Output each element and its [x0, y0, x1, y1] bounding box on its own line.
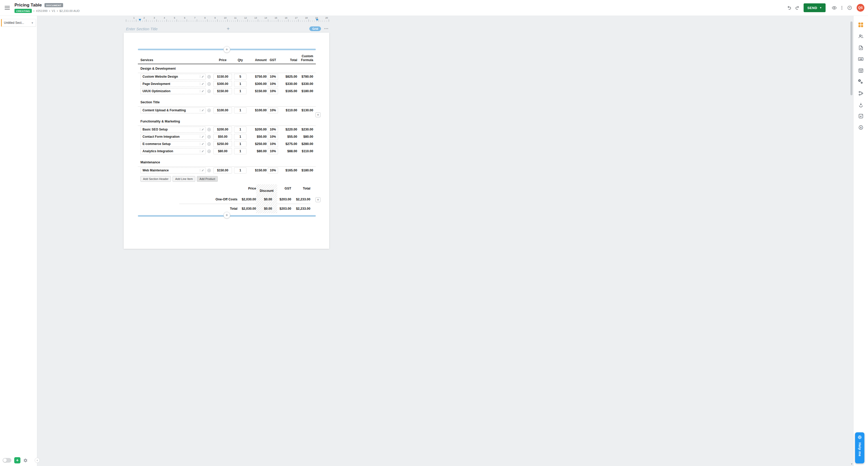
- hamburger-menu-icon[interactable]: [5, 5, 10, 10]
- qty-input[interactable]: 1: [234, 141, 247, 147]
- item-name-input[interactable]: Custom Website Design: [141, 74, 206, 80]
- add-row-icon[interactable]: [207, 82, 211, 86]
- edit-pencil-icon[interactable]: [200, 109, 204, 112]
- price-input[interactable]: $100.00: [213, 108, 232, 113]
- ruler-number: 20: [326, 17, 328, 19]
- price-input[interactable]: $150.00: [213, 88, 232, 94]
- table-section-header[interactable]: Functionality & Marketing: [138, 117, 316, 126]
- item-name-input[interactable]: Basic SEO Setup: [141, 126, 206, 133]
- price-input[interactable]: $150.00: [213, 74, 232, 80]
- item-name-input[interactable]: Web Maintenance: [141, 168, 206, 173]
- gst-input[interactable]: 10%: [268, 81, 278, 87]
- formula-value: $280.00: [297, 142, 313, 146]
- qty-input[interactable]: 1: [234, 168, 247, 173]
- gst-input[interactable]: 10%: [268, 88, 278, 94]
- section-more-icon[interactable]: ⋯: [324, 27, 328, 31]
- ruler-number: 9: [214, 17, 216, 19]
- document-version: V1: [52, 9, 55, 12]
- add-content-icon[interactable]: +: [226, 26, 230, 31]
- add-product-button[interactable]: Add Product: [197, 176, 218, 182]
- ruler-margin-marker-right[interactable]: [316, 19, 318, 21]
- add-line-item-button[interactable]: Add Line Item: [173, 176, 195, 182]
- pricing-table: Services Price Qty Amount GST Total Cust…: [138, 52, 316, 174]
- price-input[interactable]: $300.00: [213, 81, 232, 87]
- totals-col-price: Price: [238, 187, 256, 192]
- price-input[interactable]: $80.00: [213, 148, 232, 154]
- add-row-icon[interactable]: [207, 169, 211, 172]
- item-name-input[interactable]: Page Development: [141, 81, 206, 87]
- table-section-header[interactable]: Section Title: [138, 98, 316, 107]
- add-row-icon[interactable]: [207, 89, 211, 93]
- add-row-icon[interactable]: [207, 109, 211, 112]
- add-row-icon[interactable]: [207, 142, 211, 146]
- edit-pencil-icon[interactable]: [200, 83, 204, 85]
- item-name-input[interactable]: UI/UX Optimization: [141, 88, 206, 94]
- item-name-input[interactable]: E-commerce Setup: [141, 141, 206, 147]
- gst-input[interactable]: 10%: [268, 141, 278, 147]
- ruler-margin-marker-left[interactable]: [138, 19, 141, 21]
- qty-input[interactable]: 1: [234, 81, 247, 87]
- item-name: Contact Form Integration: [143, 135, 180, 139]
- total-value: $330.00: [279, 82, 297, 86]
- item-name: Page Development: [143, 82, 170, 86]
- add-row-icon[interactable]: [207, 149, 211, 153]
- item-name: Custom Website Design: [143, 75, 178, 79]
- editor-canvas: 1234567891011121314151617181920 Enter Se…: [37, 16, 434, 233]
- price-input[interactable]: $150.00: [213, 168, 232, 173]
- item-name-input[interactable]: Contact Form Integration: [141, 134, 206, 140]
- add-section-header-button[interactable]: Add Section Header: [141, 176, 171, 182]
- document-title-block: Pricing Table DOCUMENT CREATING • #25199…: [14, 3, 80, 13]
- formula-value: $230.00: [297, 128, 313, 131]
- formula-value: $180.00: [297, 89, 313, 93]
- amount-value: $300.00: [248, 82, 267, 86]
- qty-input[interactable]: 1: [234, 108, 247, 113]
- edit-pencil-icon[interactable]: [200, 136, 204, 138]
- item-name-input[interactable]: Content Upload & Formatting: [141, 108, 206, 113]
- line-item-row: Analytics Integration$80.001$80.0010%$88…: [138, 148, 316, 155]
- price-input[interactable]: $50.00: [213, 134, 232, 140]
- add-totals-column-icon[interactable]: +: [315, 197, 320, 202]
- add-row-icon[interactable]: [207, 75, 211, 79]
- total-value: $88.00: [279, 149, 297, 153]
- sidebar-section-item[interactable]: Untitled Sect... ▼: [1, 19, 36, 27]
- table-section-header[interactable]: Design & Development: [138, 64, 316, 73]
- section-title-input[interactable]: Enter Section Title: [126, 27, 157, 31]
- grid-badge[interactable]: Grid: [309, 26, 321, 31]
- price-input[interactable]: $200.00: [213, 126, 232, 133]
- add-column-icon[interactable]: +: [315, 112, 320, 117]
- totals-header: Price Discount GST Total: [179, 184, 310, 195]
- add-row-icon[interactable]: [207, 128, 211, 132]
- gst-input[interactable]: 10%: [268, 74, 278, 80]
- qty-input[interactable]: 5: [234, 74, 247, 80]
- ruler-number: 5: [174, 17, 175, 19]
- gst-input[interactable]: 10%: [268, 148, 278, 154]
- ruler-number: 8: [204, 17, 206, 19]
- item-name-input[interactable]: Analytics Integration: [141, 148, 206, 154]
- line-item-row: Page Development$300.001$300.0010%$330.0…: [138, 80, 316, 88]
- totals-row: One-Off Costs$2,030.00$0.00$203.00$2,233…: [179, 195, 310, 204]
- price-input[interactable]: $250.00: [213, 141, 232, 147]
- gst-input[interactable]: 10%: [268, 134, 278, 140]
- edit-pencil-icon[interactable]: [200, 169, 204, 172]
- edit-pencil-icon[interactable]: [200, 75, 204, 78]
- document-type-badge: DOCUMENT: [44, 3, 63, 7]
- qty-input[interactable]: 1: [234, 88, 247, 94]
- qty-input[interactable]: 1: [234, 148, 247, 154]
- edit-pencil-icon[interactable]: [200, 150, 204, 152]
- chevron-down-icon: ▼: [31, 22, 34, 24]
- table-section-header[interactable]: Maintenance: [138, 158, 316, 167]
- gst-input[interactable]: 10%: [268, 126, 278, 133]
- qty-input[interactable]: 1: [234, 134, 247, 140]
- total-value: $220.00: [279, 128, 297, 131]
- gst-input[interactable]: 10%: [268, 168, 278, 173]
- add-block-below-icon[interactable]: +: [223, 212, 230, 219]
- amount-value: $50.00: [248, 135, 267, 139]
- edit-pencil-icon[interactable]: [200, 128, 204, 131]
- add-block-above-icon[interactable]: +: [223, 46, 230, 53]
- gst-input[interactable]: 10%: [268, 108, 278, 113]
- total-value: $165.00: [279, 169, 297, 172]
- qty-input[interactable]: 1: [234, 126, 247, 133]
- edit-pencil-icon[interactable]: [200, 143, 204, 145]
- add-row-icon[interactable]: [207, 135, 211, 139]
- edit-pencil-icon[interactable]: [200, 90, 204, 92]
